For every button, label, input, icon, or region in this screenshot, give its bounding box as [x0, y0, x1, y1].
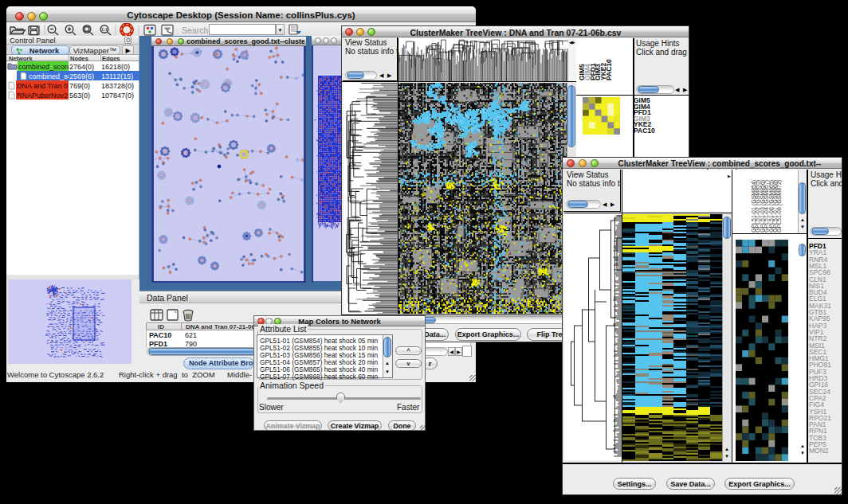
svg-text:1:1: 1:1 [101, 27, 108, 32]
